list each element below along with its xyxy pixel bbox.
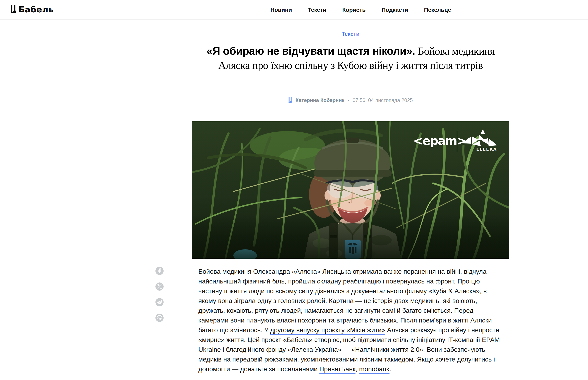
byline: Катерина Коберник · 07:56, 04 листопада … [192,96,509,104]
article-page: Бабель Новини Тексти Користь Подкасти Пе… [0,0,588,380]
link-misiya-zhyty[interactable]: другому випуску проєкту «Місія жити» [270,326,385,334]
viber-icon [155,314,164,322]
x-twitter-icon [155,283,164,291]
epam-logo: <epam> [413,134,466,148]
body-text-segment: Бойова медикиня Олександра «Аляска» Лиси… [198,268,492,334]
site-logo[interactable]: Бабель [11,5,54,14]
facebook-icon [155,267,164,275]
nav-item-podkasty[interactable]: Подкасти [381,7,408,13]
hero-image: <epam> LELEKA [192,121,509,259]
babel-hook-icon [11,5,16,14]
nav-item-novyny[interactable]: Новини [270,7,292,13]
article-title: «Я обираю не відчувати щастя ніколи». Бо… [192,44,509,72]
author-name[interactable]: Катерина Коберник [295,97,344,103]
share-viber-button[interactable] [155,314,164,322]
byline-separator: · [348,97,349,103]
main-nav: Новини Тексти Користь Подкасти Пекельце [270,0,451,20]
nav-item-pekelce[interactable]: Пекельце [424,7,451,13]
body-text-segment: . [389,365,391,373]
article-lead-paragraph: Бойова медикиня Олександра «Аляска» Лиси… [198,266,501,374]
publish-timestamp: 07:56, 04 листопада 2025 [353,97,413,103]
share-rail [155,267,164,322]
nav-item-teksty[interactable]: Тексти [308,7,326,13]
link-privatbank[interactable]: ПриватБанк [319,365,356,373]
author-babel-hook-icon [288,97,292,104]
site-logo-text: Бабель [18,5,54,14]
link-monobank[interactable]: monobank [359,365,389,373]
share-telegram-button[interactable] [155,298,164,306]
body-text-segment: , [356,365,359,373]
nav-item-koryst[interactable]: Користь [342,7,366,13]
telegram-icon [155,298,164,306]
share-x-twitter-button[interactable] [155,283,164,291]
leleka-logo-text: LELEKA [476,147,497,152]
site-header: Бабель Новини Тексти Користь Подкасти Пе… [0,0,588,20]
article-title-quote: «Я обираю не відчувати щастя ніколи». [207,45,418,57]
article-content-column: Тексти «Я обираю не відчувати щастя ніко… [192,0,509,380]
category-link[interactable]: Тексти [192,31,509,37]
share-facebook-button[interactable] [155,267,164,275]
